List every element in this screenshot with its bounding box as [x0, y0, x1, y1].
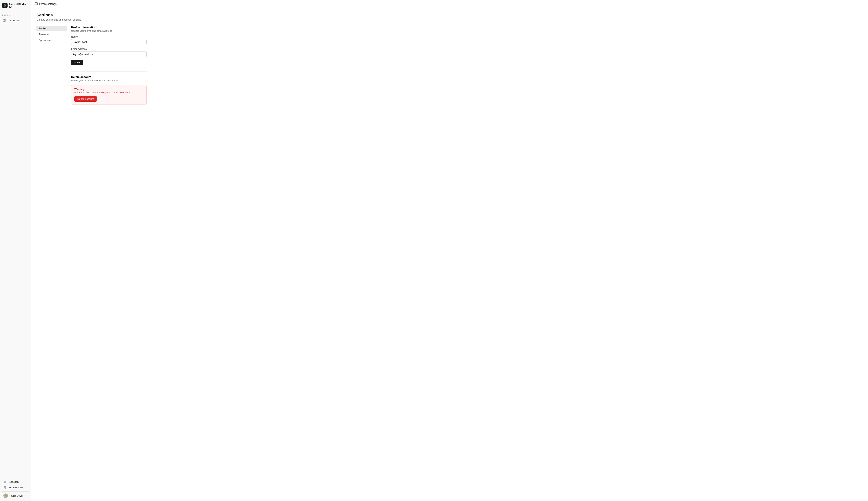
svg-rect-1: [5, 19, 6, 20]
sidebar-item-repository[interactable]: Repository: [1, 479, 30, 484]
sidebar-item-documentation[interactable]: Documentation: [1, 485, 30, 490]
svg-rect-0: [3, 19, 4, 20]
email-input[interactable]: [71, 51, 147, 57]
name-label: Name: [71, 35, 147, 38]
user-chevron-icon: ⌃: [26, 494, 28, 497]
delete-section-title: Delete account: [71, 75, 147, 78]
sidebar-nav: Platform Dashboard: [0, 11, 31, 477]
dashboard-label: Dashboard: [8, 19, 20, 22]
platform-label: Platform: [0, 11, 31, 18]
delete-account-button[interactable]: Delete account: [74, 96, 97, 102]
name-field-group: Name: [71, 35, 147, 45]
settings-nav-profile[interactable]: Profile: [36, 26, 67, 31]
repository-icon: [3, 481, 6, 483]
svg-rect-2: [3, 21, 4, 22]
warning-box: Warning Please proceed with caution, thi…: [71, 85, 147, 105]
topbar-page-icon: [35, 2, 38, 6]
settings-nav: Profile Password Appearance: [36, 26, 67, 110]
topbar-title: Profile settings: [39, 2, 56, 6]
documentation-icon: [3, 486, 6, 489]
page-subtitle: Manage your profile and account settings: [36, 18, 863, 21]
page-title: Settings: [36, 13, 863, 18]
sidebar-item-dashboard[interactable]: Dashboard: [1, 18, 30, 23]
profile-section-subtitle: Update your name and email address: [71, 30, 147, 32]
email-field-group: Email address: [71, 47, 147, 57]
section-divider: [71, 71, 147, 72]
page-content: Settings Manage your profile and account…: [31, 8, 868, 501]
warning-title: Warning: [74, 88, 144, 90]
sidebar-header: Laravel Starter Kit: [0, 0, 31, 11]
settings-nav-password[interactable]: Password: [36, 32, 67, 37]
name-input[interactable]: [71, 39, 147, 45]
user-menu[interactable]: TO Taylor Otwell ⌃: [1, 491, 30, 499]
email-label: Email address: [71, 47, 147, 50]
profile-section: Profile information Update your name and…: [71, 26, 147, 65]
user-name: Taylor Otwell: [9, 494, 24, 497]
warning-text: Please proceed with caution, this cannot…: [74, 91, 144, 94]
settings-panel: Profile information Update your name and…: [71, 26, 147, 110]
delete-section-subtitle: Delete your account and all of its resou…: [71, 79, 147, 82]
user-avatar: TO: [3, 493, 8, 498]
main-content: Profile settings Settings Manage your pr…: [31, 0, 868, 501]
topbar: Profile settings: [31, 0, 868, 8]
dashboard-icon: [3, 19, 6, 22]
sidebar-bottom: Repository Documentation TO Taylor Otwel…: [0, 477, 31, 501]
settings-nav-appearance[interactable]: Appearance: [36, 38, 67, 43]
profile-section-title: Profile information: [71, 26, 147, 29]
delete-section: Delete account Delete your account and a…: [71, 75, 147, 105]
sidebar: Laravel Starter Kit Platform Dashboard: [0, 0, 31, 501]
save-button[interactable]: Save: [71, 60, 83, 65]
app-name: Laravel Starter Kit: [9, 3, 29, 8]
documentation-label: Documentation: [8, 486, 24, 489]
content-layout: Profile Password Appearance Profile info…: [36, 26, 863, 110]
repository-label: Repository: [8, 480, 19, 483]
app-logo: [2, 3, 8, 8]
svg-rect-3: [5, 21, 6, 22]
